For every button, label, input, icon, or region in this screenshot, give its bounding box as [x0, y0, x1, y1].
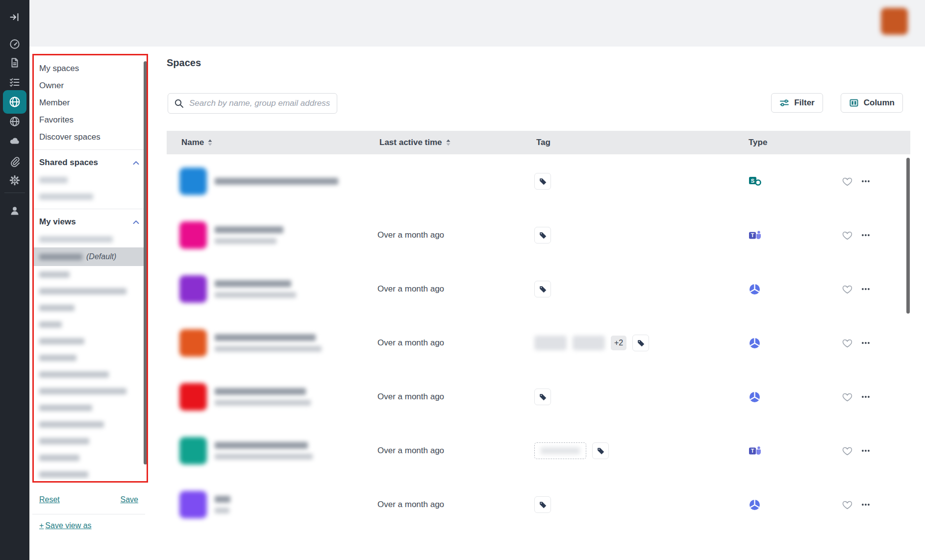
page-title: Spaces [167, 57, 201, 69]
last-active-time: Over a month ago [377, 284, 534, 294]
sort-icon [207, 139, 213, 146]
redacted-text [39, 236, 113, 243]
space-name-redacted[interactable] [215, 388, 306, 395]
sidebar-item-favorites[interactable]: Favorites [32, 111, 145, 128]
table-header: Name Last active time Tag Type [167, 131, 910, 154]
redacted-list-item[interactable] [32, 333, 145, 349]
save-view-as-button[interactable]: + Save view as [39, 521, 92, 530]
redacted-text [39, 305, 75, 311]
chevron-up-icon [133, 220, 139, 224]
tag-button[interactable] [592, 442, 609, 459]
space-name-redacted[interactable] [215, 496, 230, 503]
redacted-list-item[interactable] [32, 283, 145, 299]
row-more-button[interactable] [861, 395, 870, 398]
user-avatar[interactable] [881, 8, 908, 35]
redacted-text [39, 388, 126, 394]
row-more-button[interactable] [861, 503, 870, 506]
sidebar-item-my-spaces[interactable]: My spaces [32, 60, 145, 77]
column-header-name[interactable]: Name [179, 138, 377, 147]
space-avatar [179, 275, 207, 303]
row-more-button[interactable] [861, 341, 870, 344]
tag-button[interactable] [534, 496, 551, 513]
my-views-section-header[interactable]: My views [32, 213, 145, 231]
redacted-list-item[interactable] [32, 366, 145, 383]
space-name-redacted[interactable] [215, 226, 283, 233]
settings-gear-icon[interactable] [9, 174, 21, 186]
globe-icon[interactable] [9, 116, 21, 127]
redacted-list-item[interactable] [32, 466, 145, 480]
redacted-list-item[interactable] [32, 433, 145, 449]
favorite-heart-button[interactable] [842, 231, 852, 240]
space-name-redacted[interactable] [215, 442, 308, 449]
sidebar-item-discover-spaces[interactable]: Discover spaces [32, 128, 145, 146]
redacted-list-item[interactable] [32, 383, 145, 399]
tag-chip-redacted [534, 336, 567, 350]
checklist-icon[interactable] [9, 76, 21, 88]
redacted-list-item[interactable] [32, 231, 145, 247]
document-icon[interactable] [9, 57, 21, 69]
sidebar-actions: Reset Save + Save view as [32, 492, 145, 530]
tag-button[interactable] [534, 227, 551, 243]
tag-icon [637, 339, 645, 347]
column-header-last-active[interactable]: Last active time [377, 138, 534, 147]
shared-spaces-section-header[interactable]: Shared spaces [32, 154, 145, 171]
tag-button[interactable] [534, 173, 551, 190]
paperclip-icon[interactable] [9, 156, 21, 168]
sidebar-divider [32, 149, 145, 150]
row-more-button[interactable] [861, 234, 870, 237]
column-button[interactable]: Column [841, 93, 903, 113]
space-name-redacted[interactable] [215, 334, 316, 341]
space-type-cell: T [747, 229, 842, 242]
redacted-text [39, 438, 89, 444]
space-avatar [179, 383, 207, 411]
m365-group-icon [749, 283, 761, 295]
favorite-heart-button[interactable] [842, 177, 852, 186]
redacted-list-item[interactable] [32, 316, 145, 333]
table-row: Over a month ago [167, 370, 910, 424]
space-name-redacted[interactable] [215, 178, 338, 185]
save-button[interactable]: Save [121, 495, 138, 504]
favorite-heart-button[interactable] [842, 285, 852, 294]
dashboard-icon[interactable] [9, 38, 21, 50]
redacted-list-item[interactable] [32, 188, 145, 205]
reset-button[interactable]: Reset [39, 495, 60, 504]
sidebar-item-owner[interactable]: Owner [32, 77, 145, 94]
redacted-text [39, 421, 104, 428]
redacted-list-item[interactable] [32, 449, 145, 466]
column-label: Name [181, 138, 204, 147]
space-name-redacted[interactable] [215, 280, 291, 287]
redacted-list-item[interactable] [32, 171, 145, 188]
favorite-heart-button[interactable] [842, 339, 852, 348]
redacted-list-item[interactable] [32, 266, 145, 283]
space-name-cell [179, 329, 377, 357]
sidebar-scrollbar[interactable] [144, 61, 147, 464]
row-more-button[interactable] [861, 180, 870, 183]
favorite-heart-button[interactable] [842, 500, 852, 510]
sidebar-item-member[interactable]: Member [32, 94, 145, 111]
row-more-button[interactable] [861, 449, 870, 452]
tag-icon [539, 393, 547, 401]
space-type-cell [747, 391, 842, 403]
spaces-globe-icon[interactable] [8, 96, 21, 108]
space-name-cell [179, 491, 377, 518]
tag-button[interactable] [534, 389, 551, 405]
row-more-button[interactable] [861, 288, 870, 291]
filter-button[interactable]: Filter [771, 93, 823, 113]
table-scrollbar[interactable] [906, 158, 910, 314]
tag-icon [539, 501, 547, 509]
redacted-list-item[interactable] [32, 399, 145, 416]
redacted-list-item[interactable] [32, 349, 145, 366]
tag-button[interactable] [632, 335, 649, 351]
user-profile-icon[interactable] [9, 205, 21, 217]
cloud-icon[interactable] [9, 135, 21, 147]
search-input[interactable] [188, 98, 331, 109]
tag-overflow-badge[interactable]: +2 [611, 336, 626, 350]
collapse-sidebar-icon[interactable] [9, 11, 21, 23]
favorite-heart-button[interactable] [842, 392, 852, 402]
sharepoint-icon: S [749, 175, 762, 188]
redacted-list-item[interactable] [32, 299, 145, 316]
favorite-heart-button[interactable] [842, 446, 852, 456]
default-view-item[interactable]: (Default) [32, 247, 145, 266]
redacted-list-item[interactable] [32, 416, 145, 433]
tag-button[interactable] [534, 281, 551, 297]
